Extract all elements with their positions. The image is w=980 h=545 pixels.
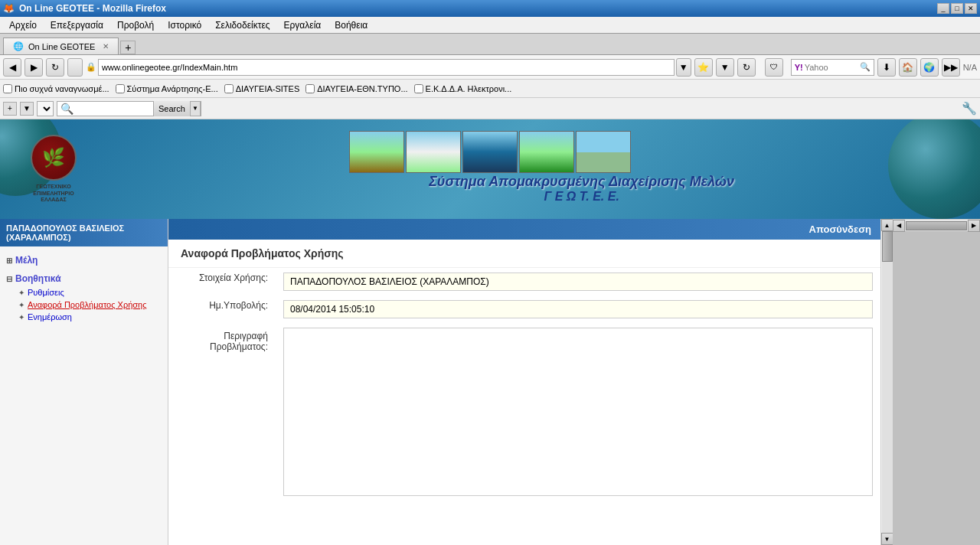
bookmarks-bar: Πιο συχνά ναναγνωσμέ... Σύστημα Ανάρτηση… [0, 80, 980, 98]
expand-icon-auxiliary: ⊟ [6, 275, 12, 283]
lock-icon: 🔒 [86, 62, 96, 72]
search-button[interactable]: Search [153, 101, 190, 116]
nav-item-update[interactable]: ✦ Ενημέρωση [3, 311, 165, 323]
tab-close-icon[interactable]: ✕ [103, 42, 109, 51]
home-button[interactable]: 🏠 [899, 58, 917, 77]
sidebar: ΠΑΠΑΔΟΠΟΥΛΟΣ ΒΑΣΙΛΕΙΟΣ (ΧΑΡΑΛΑΜΠΟΣ) ⊞ Μέ… [0, 219, 168, 545]
banner-logo: 🌿 ΓΕΩΤΕΧΝΙΚΟ ΕΠΙΜΕΛΗΤΗΡΙΟ ΕΛΛΑΔΑΣ [15, 135, 92, 203]
address-dropdown-button[interactable]: ▼ [676, 58, 691, 77]
org-name: ΓΕΩΤΕΧΝΙΚΟ ΕΠΙΜΕΛΗΤΗΡΙΟ ΕΛΛΑΔΑΣ [33, 184, 74, 203]
sidebar-username: ΠΑΠΑΔΟΠΟΥΛΟΣ ΒΑΣΙΛΕΙΟΣ [6, 224, 161, 233]
disconnect-link[interactable]: Αποσύνδεση [809, 224, 872, 235]
tab-bar: 🌐 On Line GEOTEE ✕ + [0, 34, 980, 55]
download-button[interactable]: ⬇ [877, 58, 896, 77]
search-dropdown-button[interactable]: ▼ [190, 101, 201, 116]
yahoo-search-button[interactable]: 🔍 [860, 62, 871, 72]
bookmark-label-0: Πιο συχνά ναναγνωσμέ... [15, 84, 109, 93]
logo-circle: 🌿 [31, 135, 77, 181]
menu-view[interactable]: Προβολή [111, 18, 160, 32]
bookmark-frequent[interactable]: Πιο συχνά ναναγνωσμέ... [3, 84, 109, 93]
scroll-up-button[interactable]: ▲ [881, 219, 893, 231]
bookmark-check-2[interactable] [224, 84, 234, 93]
bookmark-dropdown-button[interactable]: ▼ [716, 58, 734, 77]
nav-more-button[interactable]: ▶▶ [942, 58, 960, 77]
sidebar-user: ΠΑΠΑΔΟΠΟΥΛΟΣ ΒΑΣΙΛΕΙΟΣ (ΧΑΡΑΛΑΜΠΟΣ) [0, 219, 168, 246]
scroll-left-button[interactable]: ◀ [893, 220, 905, 232]
search-box-toolbar2: 🔍 Search ▼ [57, 101, 201, 116]
tab-geotee[interactable]: 🌐 On Line GEOTEE ✕ [3, 38, 119, 54]
tb2-add-button[interactable]: + [3, 102, 17, 116]
scroll-track-h [905, 220, 968, 231]
user-info-label: Στοιχεία Χρήσης: [168, 268, 276, 295]
auxiliary-section-label: Βοηθητικά [15, 273, 61, 284]
scroll-thumb-h[interactable] [906, 221, 967, 230]
shield-button[interactable]: 🛡 [765, 58, 783, 77]
form-container: Αναφορά Προβλήματος Χρήσης Στοιχεία Χρήσ… [168, 240, 880, 503]
scroll-down-button[interactable]: ▼ [881, 533, 893, 545]
toolbar2: + ▼ 🔍 Search ▼ 🔧 [0, 98, 980, 119]
update-link[interactable]: Ενημέρωση [28, 312, 72, 321]
form-row-date: Ημ.Υποβολής: 08/04/2014 15:05:10 [168, 295, 880, 323]
forward-button[interactable]: ▶ [24, 58, 43, 77]
menu-edit[interactable]: Επεξεργασία [44, 18, 109, 32]
nav-section-members-header[interactable]: ⊞ Μέλη [3, 253, 165, 268]
bullet-settings: ✦ [18, 289, 24, 297]
search-input[interactable] [77, 102, 153, 116]
bookmark-star-button[interactable]: ⭐ [694, 58, 713, 77]
settings-link[interactable]: Ρυθμίσεις [28, 288, 64, 297]
scroll-thumb[interactable] [882, 231, 893, 262]
browser-icon: 🦊 [3, 3, 15, 14]
refresh-nav-button[interactable]: ↻ [737, 58, 756, 77]
banner-img-boat [462, 131, 518, 173]
back-button[interactable]: ◀ [3, 58, 21, 77]
scroll-right-button[interactable]: ▶ [968, 220, 980, 232]
yahoo-search-input[interactable] [805, 63, 858, 72]
nav-item-report[interactable]: ✦ Αναφορά Προβλήματος Χρήσης [3, 299, 165, 311]
na-text: N/A [963, 63, 977, 72]
bookmark-diavgeia-sites[interactable]: ΔΙΑΥΓΕΙΑ-SITES [224, 84, 300, 93]
menu-history[interactable]: Ιστορικό [162, 18, 207, 32]
user-info-cell: ΠΑΠΑΔΟΠΟΥΛΟΣ ΒΑΣΙΛΕΙΟΣ (ΧΑΡΑΛΑΜΠΟΣ) [276, 268, 880, 295]
maximize-button[interactable]: □ [951, 3, 963, 14]
bookmark-check-0[interactable] [3, 84, 12, 93]
menu-help[interactable]: Βοήθεια [328, 18, 374, 32]
banner-images [349, 131, 631, 173]
banner-img-field [519, 131, 574, 173]
nav-item-settings[interactable]: ✦ Ρυθμίσεις [3, 286, 165, 299]
bookmark-check-4[interactable] [414, 84, 423, 93]
members-section-label: Μέλη [15, 255, 38, 266]
bookmark-check-1[interactable] [116, 84, 125, 93]
form-title: Αναφορά Προβλήματος Χρήσης [168, 240, 880, 268]
content-wrapper: Αποσύνδεση Αναφορά Προβλήματος Χρήσης Στ… [168, 219, 893, 545]
nav-section-members: ⊞ Μέλη [3, 253, 165, 268]
close-button[interactable]: ✕ [965, 3, 977, 14]
refresh-button[interactable]: ↻ [46, 58, 64, 77]
bookmark-ekdda[interactable]: Ε.Κ.Δ.Δ.Α. Ηλεκτρονι... [414, 84, 512, 93]
form-row-description: ΠεριγραφήΠροβλήματος: [168, 323, 880, 503]
banner-img-farm [349, 131, 404, 173]
new-tab-button[interactable]: + [120, 41, 136, 54]
bookmark-label-1: Σύστημα Ανάρτησης-E... [127, 84, 218, 93]
bookmark-diavgeia-efn[interactable]: ΔΙΑΥΓΕΙΑ-ΕΘΝ.ΤΥΠΟ... [305, 84, 407, 93]
yahoo-logo: Y! [795, 63, 803, 72]
nav-bar: ◀ ▶ ↻ 🔒 ▼ ⭐ ▼ ↻ 🛡 Y! 🔍 ⬇ 🏠 🌍 ▶▶ N/A [0, 55, 980, 80]
wrench-icon[interactable]: 🔧 [962, 101, 977, 116]
report-link[interactable]: Αναφορά Προβλήματος Χρήσης [28, 300, 146, 309]
geotee-icon-button[interactable]: 🌍 [920, 58, 939, 77]
bookmark-check-3[interactable] [305, 84, 315, 93]
bookmark-system[interactable]: Σύστημα Ανάρτησης-E... [116, 84, 218, 93]
menu-bookmarks[interactable]: Σελιδοδείκτες [209, 18, 276, 32]
address-input[interactable] [98, 59, 675, 76]
tb2-down-button[interactable]: ▼ [20, 102, 34, 116]
toolbar2-select[interactable] [37, 101, 54, 116]
scroll-track [882, 231, 893, 533]
page-inner: ΠΑΠΑΔΟΠΟΥΛΟΣ ΒΑΣΙΛΕΙΟΣ (ΧΑΡΑΛΑΜΠΟΣ) ⊞ Μέ… [0, 219, 980, 545]
yahoo-search-box: Y! 🔍 [791, 59, 874, 76]
menu-file[interactable]: Αρχείο [3, 18, 43, 32]
nav-section-auxiliary-header[interactable]: ⊟ Βοηθητικά [3, 271, 165, 286]
description-textarea[interactable] [283, 328, 873, 496]
minimize-button[interactable]: _ [937, 3, 949, 14]
menu-bar: Αρχείο Επεξεργασία Προβολή Ιστορικό Σελι… [0, 17, 980, 34]
bullet-update: ✦ [18, 313, 24, 321]
menu-tools[interactable]: Εργαλεία [278, 18, 328, 32]
